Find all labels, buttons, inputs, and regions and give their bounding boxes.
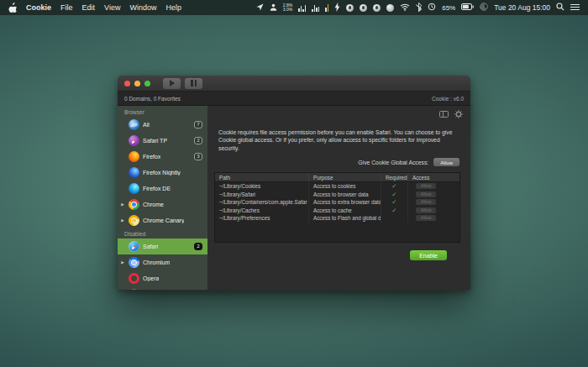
- notification-center-icon[interactable]: [570, 3, 580, 13]
- menubar-clock[interactable]: Tue 20 Aug 15:00: [494, 3, 550, 12]
- disclosure-triangle-icon[interactable]: ▶: [120, 218, 125, 223]
- app-circle-icon[interactable]: [386, 4, 394, 12]
- chrome-canary-browser-icon: [129, 215, 139, 226]
- enable-button[interactable]: Enable: [410, 250, 447, 260]
- gear-icon[interactable]: [454, 110, 463, 118]
- table-row[interactable]: ~/Library/CookiesAccess to cookies✓Allow: [215, 182, 459, 191]
- domains-summary: 0 Domains, 0 Favorites: [124, 96, 181, 102]
- count-badge: 3: [194, 153, 202, 160]
- opera-browser-icon: [129, 273, 139, 284]
- required-check-icon: ✓: [381, 182, 408, 191]
- bolt-icon[interactable]: [334, 3, 340, 13]
- menubar-item-view[interactable]: View: [104, 3, 120, 12]
- allow-row-button[interactable]: Allow: [416, 215, 436, 221]
- menubar-items: FileEditViewWindowHelp: [60, 3, 181, 12]
- wifi-icon[interactable]: [400, 3, 410, 13]
- apple-menu-icon[interactable]: [8, 3, 17, 13]
- window-statusbar: 0 Domains, 0 Favorites Cookie : v6.0: [118, 92, 470, 106]
- access-cell: Allow: [408, 214, 459, 223]
- menubar-item-window[interactable]: Window: [129, 3, 156, 12]
- battery-icon[interactable]: [461, 3, 474, 12]
- app-circle-icon[interactable]: [346, 4, 354, 12]
- location-icon[interactable]: [256, 3, 264, 13]
- sidebar-item-chromium[interactable]: ▶Chromium: [118, 254, 207, 270]
- histogram-icon[interactable]: [298, 4, 306, 12]
- column-header-path[interactable]: Path: [215, 173, 309, 181]
- sidebar-item-all[interactable]: All7: [118, 117, 207, 133]
- sidebar-item-safari[interactable]: Safari2: [118, 239, 207, 254]
- app-version: Cookie : v6.0: [432, 96, 464, 102]
- window-titlebar[interactable]: [118, 76, 470, 92]
- menubar-app-name[interactable]: Cookie: [26, 3, 51, 12]
- cpu-usage-text[interactable]: 2.8%3.0%: [283, 3, 292, 12]
- column-header-access[interactable]: Access: [408, 173, 459, 181]
- play-icon: [170, 80, 175, 87]
- table-row[interactable]: ~/Library/PreferencesAccess to Flash and…: [215, 214, 459, 223]
- firefox-nightly-browser-icon: [129, 167, 139, 178]
- path-cell: ~/Library/Caches: [215, 207, 309, 215]
- sidebar-item-partial[interactable]: [118, 286, 207, 290]
- table-row[interactable]: ~/Library/SafariAccess to browser data✓A…: [215, 191, 459, 199]
- allow-row-button[interactable]: Allow: [416, 199, 436, 205]
- path-cell: ~/Library/Safari: [215, 191, 309, 199]
- cookie-window: 0 Domains, 0 Favorites Cookie : v6.0 Bro…: [118, 76, 470, 291]
- allow-global-button[interactable]: Allow: [433, 158, 459, 166]
- pause-icon: [191, 80, 197, 87]
- purpose-cell: Access to extra browser data: [309, 198, 381, 207]
- required-check-icon: ✓: [381, 198, 408, 207]
- permissions-table: PathPurposeRequiredAccess ~/Library/Cook…: [214, 172, 460, 243]
- disclosure-triangle-icon[interactable]: ▶: [120, 202, 125, 207]
- chromium-browser-icon: [129, 257, 139, 268]
- user-icon[interactable]: [270, 3, 277, 13]
- disclosure-triangle-icon[interactable]: ▶: [120, 260, 125, 265]
- histogram-icon[interactable]: [312, 4, 319, 12]
- close-button[interactable]: [124, 81, 130, 87]
- purpose-cell: Access to cookies: [309, 182, 381, 191]
- path-cell: ~/Library/Containers/com.apple.Safar: [215, 198, 309, 207]
- menubar-item-file[interactable]: File: [60, 3, 73, 12]
- required-check-icon: ✓: [381, 207, 408, 215]
- sidebar-item-firefox[interactable]: Firefox3: [118, 149, 207, 165]
- menubar-item-edit[interactable]: Edit: [82, 3, 96, 12]
- app-circle-icon[interactable]: [360, 4, 367, 12]
- firefox-de-browser-icon: [129, 183, 139, 194]
- column-header-purpose[interactable]: Purpose: [309, 173, 381, 181]
- menubar-item-help[interactable]: Help: [165, 3, 181, 12]
- safari-browser-icon: [129, 241, 139, 252]
- access-cell: Allow: [408, 182, 459, 191]
- partial-browser-icon: [129, 289, 139, 290]
- histogram-icon[interactable]: [325, 4, 328, 12]
- allow-row-button[interactable]: Allow: [416, 207, 436, 213]
- app-circle-icon[interactable]: [373, 4, 381, 12]
- sidebar-item-label: Chrome: [143, 202, 164, 207]
- minimize-button[interactable]: [134, 81, 140, 87]
- sidebar-item-opera[interactable]: Opera: [118, 270, 207, 286]
- menubar-status-area: 2.8%3.0% 65% Tue 20 Aug 15:00: [256, 3, 580, 13]
- moon-icon[interactable]: [480, 3, 488, 13]
- sidebar-item-label: Firefox Nightly: [143, 170, 181, 176]
- table-row[interactable]: ~/Library/Containers/com.apple.SafarAcce…: [215, 198, 459, 207]
- spotlight-icon[interactable]: [556, 3, 564, 13]
- sidebar-toggle-icon[interactable]: [439, 111, 449, 118]
- sidebar-item-safari-tp[interactable]: Safari TP2: [118, 133, 207, 149]
- sidebar-item-label: Firefox DE: [143, 186, 171, 191]
- column-header-required[interactable]: Required: [381, 173, 408, 181]
- path-cell: ~/Library/Cookies: [215, 182, 309, 191]
- sidebar-item-firefox-de[interactable]: Firefox DE: [118, 181, 207, 197]
- sidebar-item-chrome-canary[interactable]: ▶Chrome Canary: [118, 212, 207, 228]
- access-cell: Allow: [408, 198, 459, 207]
- timemachine-icon[interactable]: [428, 3, 436, 13]
- pause-button[interactable]: [185, 78, 202, 89]
- allow-row-button[interactable]: Allow: [416, 191, 436, 197]
- count-badge: 7: [194, 121, 202, 128]
- sidebar-item-firefox-nightly[interactable]: Firefox Nightly: [118, 165, 207, 181]
- sidebar-item-label: All: [143, 122, 150, 128]
- desktop: Cookie FileEditViewWindowHelp 2.8%3.0% 6…: [0, 0, 588, 367]
- table-row[interactable]: ~/Library/CachesAccess to cache✓Allow: [215, 207, 459, 215]
- chrome-browser-icon: [129, 199, 139, 210]
- zoom-button[interactable]: [144, 81, 150, 87]
- bluetooth-icon[interactable]: [416, 3, 422, 13]
- sidebar-item-chrome[interactable]: ▶Chrome: [118, 197, 207, 212]
- play-button[interactable]: [163, 78, 181, 89]
- allow-row-button[interactable]: Allow: [416, 183, 436, 189]
